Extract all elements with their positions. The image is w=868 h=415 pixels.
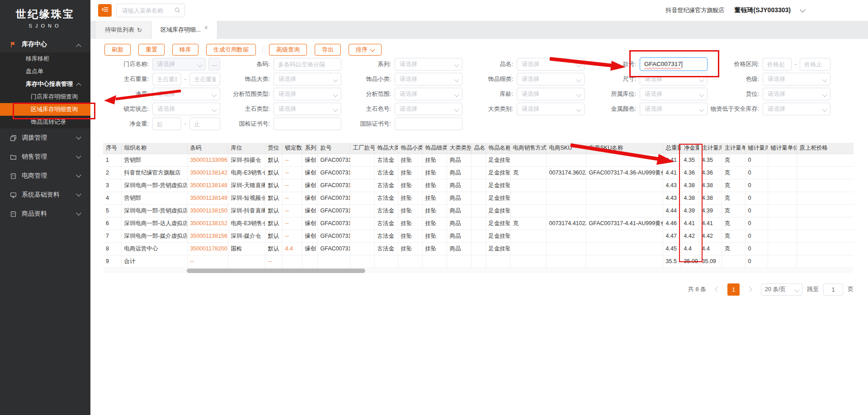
select-placeholder: 请选择	[768, 90, 785, 97]
table-cell	[282, 255, 302, 268]
sidebar-item-jewelry-flow-record[interactable]: 饰品流转记录	[0, 116, 90, 128]
results-table: 序号组织名称条码库位货位锁定数系列款号工厂款号饰品大类饰品小类饰品细类大类类别品…	[103, 143, 854, 268]
table-cell: 古法金	[374, 154, 398, 166]
table-row[interactable]: 4营销部350001138149深圳-短视频仓默认--缘创GFAC007317古…	[103, 192, 854, 204]
table-row[interactable]: 3深圳电商一部-营销虚拟店350001138148深圳-天猫直播仓默认--缘创G…	[103, 179, 854, 192]
table-cell	[350, 204, 374, 217]
table-row[interactable]: 9合计----35.535.0935.090	[103, 255, 854, 268]
table-cell	[546, 230, 586, 242]
select-placeholder: 请选择	[400, 75, 417, 82]
filter-input-intl-cert-no[interactable]	[395, 118, 462, 130]
sidebar-item-inventory-report-mgmt[interactable]: 库存中心报表管理	[0, 78, 90, 90]
horizontal-scrollbar[interactable]	[103, 269, 854, 273]
chevron-up-icon	[76, 83, 81, 88]
table-row[interactable]: 1营销部350001133096深圳-拍摄仓默认--缘创GFAC007317古法…	[103, 154, 854, 166]
barcode-link[interactable]: 350001138149	[187, 192, 228, 204]
table-cell	[586, 204, 663, 217]
barcode-link[interactable]: 350001138150	[187, 204, 228, 217]
table-cell: 默认	[265, 192, 282, 204]
user-menu[interactable]: 董钰琦(SJY003303)	[734, 6, 791, 14]
sidebar-item-store-inventory-detail-query[interactable]: 门店库存明细查询	[0, 90, 90, 103]
content-card: 刷新重置移库生成引用数据高级查询导出排序 门店名称:请选择...条码:系列:请选…	[90, 39, 868, 415]
filter-input-main-stone-weight-from[interactable]	[152, 73, 181, 85]
table-cell	[768, 179, 797, 192]
table-row[interactable]: 7深圳电商一部-媒介虚拟店350001138156深圳-媒介仓默认--缘创GFA…	[103, 230, 854, 242]
barcode-link[interactable]: 350001138142	[187, 166, 228, 179]
table-cell: 缘创	[302, 179, 317, 192]
sidebar-item-sales-mgmt[interactable]: 销售管理	[0, 147, 90, 166]
filter-select-slot[interactable]: 请选择	[763, 88, 830, 100]
sidebar-item-region-inventory-detail-query[interactable]: 区域库存明细查询	[0, 103, 90, 116]
sidebar-item-product-data[interactable]: 商品资料	[0, 204, 90, 223]
sidebar-item-stocktake-sheet[interactable]: 盘点单	[0, 65, 90, 78]
menu-search-input[interactable]	[121, 4, 174, 17]
table-cell	[586, 179, 663, 192]
sidebar-item-label: 销售管理	[22, 153, 47, 161]
table-cell: --	[265, 255, 282, 268]
column-header: 款号	[317, 143, 350, 154]
next-page-button[interactable]	[744, 283, 756, 296]
table-row[interactable]: 6深圳电商一部-达人虚拟店350001138152电商-E3销售仓默认--缘创G…	[103, 217, 854, 230]
column-header: 总重量	[663, 143, 681, 154]
barcode-link[interactable]: 350001178200	[187, 242, 228, 255]
table-cell: 4.35	[699, 154, 722, 166]
table-cell: 4.36	[699, 166, 722, 179]
table-cell	[471, 192, 486, 204]
tab-region-inventory[interactable]: 区域库存明细...×	[151, 21, 217, 39]
page-size-select[interactable]: 20 条/页	[761, 283, 802, 296]
menu-fold-button[interactable]	[98, 4, 112, 17]
jump-page-input[interactable]	[823, 283, 843, 296]
table-row[interactable]: 2抖音世纪缘官方旗舰店350001138142电商-E3销售仓默认--缘创GFA…	[103, 166, 854, 179]
scrollbar-thumb[interactable]	[187, 269, 365, 273]
sidebar-item-allocation-mgmt[interactable]: 调拨管理	[0, 128, 90, 147]
sidebar-item-inventory-center[interactable]: 库存中心	[0, 36, 90, 52]
filter-input-price-range-from[interactable]	[763, 58, 792, 71]
filter-input-price-range-to[interactable]	[800, 58, 830, 71]
table-cell	[797, 179, 854, 192]
table-cell: 默认	[265, 154, 282, 166]
table-cell	[510, 204, 546, 217]
filter-select-below-safety-stock[interactable]: 请选择	[763, 103, 830, 115]
close-icon[interactable]: ×	[204, 24, 208, 31]
table-cell: 克	[722, 179, 745, 192]
chevron-down-icon	[76, 134, 81, 139]
table-cell: --	[282, 217, 302, 230]
table-cell: 深圳电商一部-营销虚拟店	[121, 204, 187, 217]
table-cell: 0	[745, 166, 768, 179]
current-page-button[interactable]: 1	[727, 283, 740, 296]
table-row[interactable]: 5深圳电商一部-营销虚拟店350001138150深圳-抖音直播仓默认--缘创G…	[103, 204, 854, 217]
barcode-link[interactable]: 350001138148	[187, 179, 228, 192]
chevron-down-icon[interactable]	[800, 7, 806, 13]
select-placeholder: 请选择	[278, 75, 296, 82]
filter-input-net-gold-weight-from[interactable]	[152, 118, 181, 130]
table-cell: 4.41	[681, 217, 699, 230]
barcode-link[interactable]: 350001133096	[187, 154, 228, 166]
filter-select-color-grade[interactable]: 请选择	[763, 73, 830, 85]
refresh-icon[interactable]: ↻	[137, 27, 142, 33]
table-cell: GFAC007317	[317, 154, 350, 166]
sidebar-item-move-warehouse-cabinet[interactable]: 移库移柜	[0, 52, 90, 65]
table-cell: 商品	[447, 217, 471, 230]
table-cell: 4.47	[663, 230, 681, 242]
table-cell: 1	[103, 154, 121, 166]
table-cell: 克	[722, 166, 745, 179]
column-header: 饰品细类	[422, 143, 447, 154]
table-cell: 挂坠	[422, 179, 447, 192]
chevron-down-icon	[76, 191, 81, 196]
sidebar-item-ecommerce-mgmt[interactable]: 电商管理	[0, 166, 90, 185]
prev-page-button[interactable]	[711, 283, 723, 296]
barcode-link[interactable]: 350001138152	[187, 217, 228, 230]
table-cell: GFAC007317	[317, 204, 350, 217]
table-cell	[797, 242, 854, 255]
table-cell: 克	[722, 204, 745, 217]
sidebar-item-system-basic-data[interactable]: 系统基础资料	[0, 185, 90, 204]
tab-pending-approval[interactable]: 待审批列表↻	[96, 21, 151, 39]
table-row[interactable]: 8电商运营中心350001178200国检默认4.4缘创GFAC007317古法…	[103, 242, 854, 255]
table-cell: 4.45	[663, 242, 681, 255]
table-cell: 7	[103, 230, 121, 242]
table-cell	[768, 204, 797, 217]
table-cell: 古法金	[374, 242, 398, 255]
table-cell: 克	[510, 217, 546, 230]
barcode-link[interactable]: 350001138156	[187, 230, 228, 242]
table-cell: GFAC007317	[317, 242, 350, 255]
